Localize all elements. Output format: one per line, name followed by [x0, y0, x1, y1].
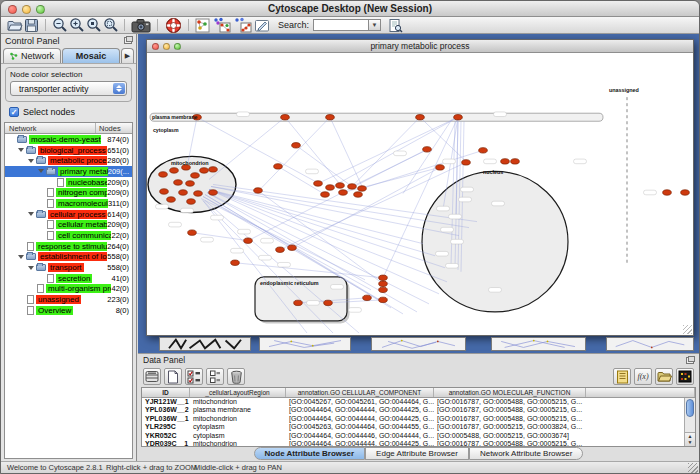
network-node[interactable]: [281, 115, 290, 120]
table-row[interactable]: YKR052Ccytoplasm[GO:0044464, GO:0044446,…: [142, 432, 695, 441]
table-row[interactable]: YPL036W__2plasma membrane[GO:0044464, GO…: [142, 406, 695, 415]
network-node[interactable]: [324, 300, 333, 305]
network-node[interactable]: [194, 191, 203, 196]
column-header[interactable]: _cellularLayoutRegion: [190, 388, 286, 397]
column-header[interactable]: annotation.GO CELLULAR_COMPONENT: [286, 388, 434, 397]
network-edge[interactable]: [235, 263, 383, 278]
network-node[interactable]: [501, 159, 510, 164]
network-node[interactable]: [288, 245, 297, 250]
network-node[interactable]: [167, 197, 176, 202]
network-node[interactable]: [200, 168, 209, 173]
select-nodes-checkbox[interactable]: ✓: [9, 107, 19, 117]
tree-row-overview[interactable]: Overview8(0): [5, 305, 132, 316]
tree-row-cellular-process[interactable]: cellular process614(0): [5, 209, 132, 220]
annotation-icon[interactable]: [253, 18, 270, 33]
network-node[interactable]: [314, 181, 323, 186]
network-node[interactable]: [663, 190, 672, 195]
network-node[interactable]: [174, 180, 183, 185]
network-edge[interactable]: [209, 189, 447, 281]
zoom-in-icon[interactable]: [68, 18, 85, 33]
network-node[interactable]: [244, 238, 253, 243]
network-edge[interactable]: [352, 117, 420, 186]
network-node[interactable]: [326, 115, 335, 120]
function-builder-icon[interactable]: f(x): [634, 368, 652, 385]
network-node[interactable]: [379, 287, 388, 292]
network-edge[interactable]: [259, 117, 330, 190]
expand-triangle-icon[interactable]: [28, 266, 34, 270]
tree-row-multi-organism-pro[interactable]: multi-organism pro42(0): [5, 284, 132, 295]
snapshot-icon[interactable]: [130, 18, 152, 33]
zoom-out-icon[interactable]: [51, 18, 68, 33]
unselect-attributes-icon[interactable]: [206, 368, 224, 385]
network-node[interactable]: [179, 190, 188, 195]
network-node[interactable]: [354, 192, 363, 197]
network-node[interactable]: [379, 281, 388, 286]
expand-triangle-icon[interactable]: [18, 148, 24, 152]
title-bar[interactable]: Cytoscape Desktop (New Session): [1, 1, 699, 17]
network-node[interactable]: [681, 190, 690, 195]
matrix-view-icon[interactable]: [676, 368, 694, 385]
tree-row-cellular-metabol[interactable]: cellular metabol209(0): [5, 220, 132, 231]
network-view-icon[interactable]: [194, 18, 211, 33]
network-node[interactable]: [358, 186, 367, 191]
network-node[interactable]: [170, 168, 179, 173]
canvas-resize-grip[interactable]: [683, 325, 692, 334]
attribute-table-icon[interactable]: [143, 368, 161, 385]
network-node[interactable]: [416, 115, 425, 120]
minimized-window-thumbnail[interactable]: [606, 337, 694, 351]
network-node[interactable]: [191, 173, 200, 178]
column-header[interactable]: annotation.GO MOLECULAR_FUNCTION: [434, 388, 586, 397]
network-node[interactable]: [294, 300, 303, 305]
select-attributes-icon[interactable]: [185, 368, 203, 385]
tree-row-unassigned[interactable]: unassigned223(0): [5, 294, 132, 305]
minimized-window-thumbnail[interactable]: [491, 337, 586, 351]
minimized-window-thumbnail[interactable]: [259, 337, 351, 351]
minimized-window-thumbnail[interactable]: [159, 337, 251, 351]
network-view-window[interactable]: primary metabolic process plasma membran…: [146, 39, 694, 336]
network-node[interactable]: [336, 183, 345, 188]
search-dropdown-button[interactable]: ▼: [368, 19, 381, 31]
tree-row-cell-communicat[interactable]: cell communicat22(0): [5, 230, 132, 241]
node-color-dropdown[interactable]: transporter activity: [10, 81, 127, 96]
tree-row-primary-metabo[interactable]: primary metabo209(...: [5, 166, 132, 177]
attribute-search-icon[interactable]: [387, 18, 404, 33]
table-row[interactable]: YJR121W__1mitochondrion[GO:0045267, GO:0…: [142, 398, 695, 407]
network-canvas[interactable]: plasma membranecytoplasmmitochondrionnuc…: [147, 53, 693, 335]
network-node[interactable]: [274, 164, 283, 169]
expand-triangle-icon[interactable]: [18, 255, 24, 259]
minimized-window-thumbnail[interactable]: [371, 337, 466, 351]
attribute-editor-icon[interactable]: [613, 368, 631, 385]
network-node[interactable]: [292, 143, 301, 148]
table-row[interactable]: YDR039C__1mitochondrion[GO:0044464, GO:0…: [142, 440, 695, 446]
network-edge[interactable]: [211, 186, 459, 235]
network-node[interactable]: [188, 230, 197, 235]
zoom-selected-icon[interactable]: [85, 18, 102, 33]
tree-row-establishment-of-lo[interactable]: establishment of lo558(0): [5, 252, 132, 263]
zoom-fit-icon[interactable]: [102, 18, 119, 33]
network-node[interactable]: [454, 115, 463, 120]
import-attributes-icon[interactable]: [655, 368, 673, 385]
expand-triangle-icon[interactable]: [38, 169, 44, 173]
tab-mosaic[interactable]: Mosaic: [62, 48, 120, 63]
tree-row-nitrogen-compo[interactable]: nitrogen compo209(0): [5, 187, 132, 198]
scrollbar-arrows[interactable]: ▲▼: [685, 432, 695, 446]
column-header[interactable]: ID: [142, 388, 190, 397]
scrollbar-thumb[interactable]: [686, 399, 694, 417]
network-node[interactable]: [187, 199, 196, 204]
tab-network-attribute-browser[interactable]: Network Attribute Browser: [469, 447, 583, 460]
network-node[interactable]: [254, 188, 263, 193]
float-data-panel-icon[interactable]: [686, 357, 694, 364]
network-edge[interactable]: [209, 189, 435, 255]
tree-row-nucleobase-[interactable]: nucleobase-209(0): [5, 177, 132, 188]
layout-nodes-icon[interactable]: [211, 18, 232, 33]
open-file-icon[interactable]: [6, 18, 23, 33]
network-node[interactable]: [186, 181, 195, 186]
network-node[interactable]: [423, 147, 432, 152]
network-node[interactable]: [462, 160, 471, 165]
tree-row-macromolecule[interactable]: macromolecule311(0): [5, 198, 132, 209]
float-panel-icon[interactable]: [124, 37, 132, 44]
network-node[interactable]: [339, 190, 348, 195]
network-node[interactable]: [363, 295, 372, 300]
network-edge[interactable]: [318, 117, 458, 183]
network-node[interactable]: [321, 192, 330, 197]
